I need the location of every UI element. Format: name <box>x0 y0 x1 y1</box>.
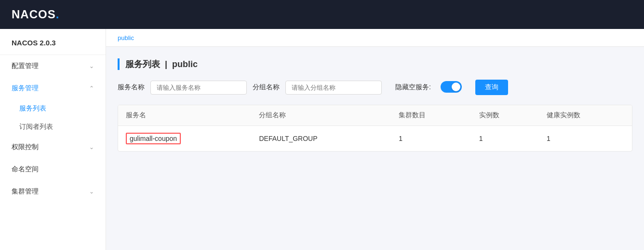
sidebar-item-label: 集群管理 <box>12 187 39 196</box>
sidebar-item-label: 命名空间 <box>12 165 39 174</box>
group-name-input[interactable] <box>285 81 382 95</box>
sidebar-item-permission-control[interactable]: 权限控制 ⌄ <box>0 136 106 158</box>
query-button[interactable]: 查询 <box>475 80 508 95</box>
main-content: public 服务列表 | public 服务名称 分组名称 隐藏空服务: <box>106 29 644 250</box>
app-layout: NACOS 2.0.3 配置管理 ⌄ 服务管理 ⌃ 服务列表 订阅者列表 权限控… <box>0 29 644 250</box>
sidebar-item-label: 服务管理 <box>12 84 39 93</box>
page-title-text: 服务列表 <box>125 59 160 69</box>
service-name-input[interactable] <box>150 81 247 95</box>
group-name-label: 分组名称 <box>253 83 280 92</box>
col-group-name: 分组名称 <box>251 105 391 126</box>
content-area: 服务列表 | public 服务名称 分组名称 隐藏空服务: <box>106 47 644 250</box>
hide-empty-toggle[interactable] <box>441 81 462 93</box>
col-instance-count: 实例数 <box>471 105 539 126</box>
page-title-namespace: public <box>172 59 198 69</box>
cell-cluster-count: 1 <box>391 126 471 152</box>
logo-dot: . <box>56 8 60 21</box>
cell-group-name: DEFAULT_GROUP <box>251 126 391 152</box>
chevron-down-icon: ⌄ <box>89 188 94 195</box>
sidebar-item-label: 权限控制 <box>12 143 39 152</box>
cell-service-name: gulimall-coupon <box>118 126 251 152</box>
table-body: gulimall-coupon DEFAULT_GROUP 1 1 1 <box>118 126 632 152</box>
col-healthy-instance-count: 健康实例数 <box>539 105 632 126</box>
cell-healthy-instance-count: 1 <box>539 126 632 152</box>
service-table: 服务名 分组名称 集群数目 实例数 健康实例数 gulimall-coupon <box>118 105 632 151</box>
col-cluster-count: 集群数目 <box>391 105 471 126</box>
table-header-row: 服务名 分组名称 集群数目 实例数 健康实例数 <box>118 105 632 126</box>
header: NACOS. <box>0 0 644 29</box>
sidebar-item-service-list[interactable]: 服务列表 <box>0 99 106 118</box>
service-name-label: 服务名称 <box>118 83 145 92</box>
sidebar-item-cluster-management[interactable]: 集群管理 ⌄ <box>0 181 106 203</box>
sidebar-item-namespace[interactable]: 命名空间 <box>0 158 106 181</box>
logo-main: NACOS <box>12 8 56 21</box>
table-row: gulimall-coupon DEFAULT_GROUP 1 1 1 <box>118 126 632 152</box>
sidebar-item-config-management[interactable]: 配置管理 ⌄ <box>0 55 106 77</box>
page-title-separator: | <box>162 59 172 69</box>
service-name-value[interactable]: gulimall-coupon <box>126 133 181 144</box>
service-table-container: 服务名 分组名称 集群数目 实例数 健康实例数 gulimall-coupon <box>118 105 632 152</box>
breadcrumb-bar: public <box>106 29 644 47</box>
toggle-slider <box>441 81 462 93</box>
col-service-name: 服务名 <box>118 105 251 126</box>
chevron-down-icon: ⌄ <box>89 144 94 151</box>
filter-bar: 服务名称 分组名称 隐藏空服务: 查询 <box>118 80 632 95</box>
sidebar-item-subscriber-list[interactable]: 订阅者列表 <box>0 118 106 136</box>
page-title-bar: 服务列表 | public <box>118 58 632 70</box>
logo: NACOS. <box>12 8 59 21</box>
table-header: 服务名 分组名称 集群数目 实例数 健康实例数 <box>118 105 632 126</box>
sidebar-item-service-management[interactable]: 服务管理 ⌃ <box>0 77 106 99</box>
hide-empty-label: 隐藏空服务: <box>395 83 431 92</box>
hide-empty-toggle-container <box>441 81 462 94</box>
sidebar-version: NACOS 2.0.3 <box>0 29 106 55</box>
page-title: 服务列表 | public <box>125 58 198 70</box>
sidebar-item-label: 配置管理 <box>12 62 39 70</box>
chevron-down-icon: ⌄ <box>89 63 94 69</box>
cell-instance-count: 1 <box>471 126 539 152</box>
sidebar: NACOS 2.0.3 配置管理 ⌄ 服务管理 ⌃ 服务列表 订阅者列表 权限控… <box>0 29 106 250</box>
breadcrumb-public[interactable]: public <box>118 34 134 42</box>
chevron-up-icon: ⌃ <box>89 85 94 92</box>
